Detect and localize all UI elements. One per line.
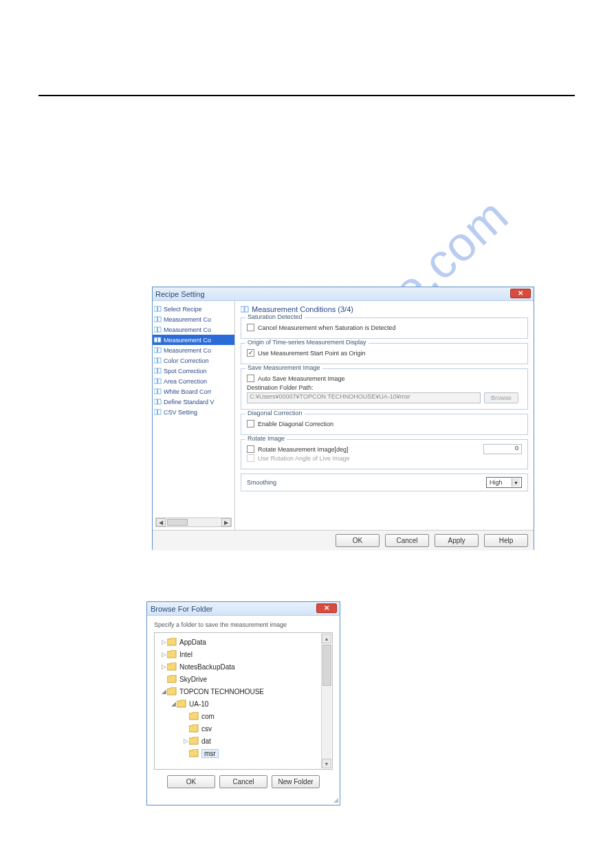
group-diagonal-title: Diagonal Correction — [245, 410, 305, 416]
folder-label: TOPCON TECHNOHOUSE — [179, 688, 264, 695]
book-icon — [154, 347, 162, 353]
folder-tree[interactable]: ▷AppData▷Intel▷NotesBackupDataSkyDrive◢T… — [157, 636, 320, 766]
scroll-up-icon[interactable]: ▲ — [322, 634, 331, 643]
close-button[interactable]: ✕ — [510, 289, 531, 298]
svg-rect-6 — [154, 337, 157, 342]
tree-item[interactable]: Area Correction — [153, 376, 234, 386]
cancel-button[interactable]: Cancel — [219, 775, 267, 788]
tree-item-label: CSV Setting — [164, 409, 197, 416]
rotate-angle-input[interactable]: 0 — [483, 444, 522, 454]
tree-item[interactable]: Measurement Co — [153, 324, 234, 335]
book-icon — [154, 399, 162, 405]
folder-icon — [167, 663, 177, 671]
svg-rect-2 — [154, 317, 157, 322]
checkbox-auto-save[interactable]: Auto Save Measurement Image — [247, 375, 522, 382]
svg-rect-13 — [158, 368, 162, 373]
tree-item[interactable]: White Board Corr — [153, 386, 234, 397]
folder-tree-item[interactable]: csv — [157, 722, 320, 735]
ok-button[interactable]: OK — [336, 534, 380, 547]
tree-item[interactable]: Measurement Co — [153, 335, 234, 345]
destination-path-input[interactable]: C:¥Users¥00007¥TOPCON TECHNOHOUSE¥UA-10¥… — [247, 392, 481, 403]
tree-item[interactable]: Measurement Co — [153, 314, 234, 324]
svg-rect-1 — [158, 307, 162, 311]
group-diagonal: Diagonal Correction Enable Diagonal Corr… — [241, 414, 528, 435]
scroll-down-icon[interactable]: ▼ — [322, 759, 331, 768]
cancel-button[interactable]: Cancel — [385, 534, 429, 547]
svg-rect-18 — [154, 399, 157, 404]
checkbox-label: Auto Save Measurement Image — [258, 375, 345, 382]
group-smoothing-title: Smoothing — [247, 479, 276, 486]
scroll-right-icon[interactable]: ▶ — [221, 518, 231, 526]
expand-icon[interactable]: ◢ — [160, 688, 167, 695]
folder-tree-item[interactable]: ▷Intel — [157, 648, 320, 660]
browse-button[interactable]: Browse — [484, 392, 518, 403]
ok-button[interactable]: OK — [167, 775, 215, 788]
expand-icon[interactable]: ▷ — [160, 638, 167, 645]
checkbox-use-live-angle: Use Rotation Angle of Live Image — [247, 454, 522, 462]
group-save-image: Save Measurement Image Auto Save Measure… — [241, 368, 528, 410]
scroll-left-icon[interactable]: ◀ — [156, 518, 166, 526]
group-smoothing: Smoothing High ▼ — [241, 474, 528, 491]
recipe-tree[interactable]: Select RecipeMeasurement CoMeasurement C… — [153, 301, 235, 530]
browse-folder-window: Browse For Folder ✕ Specify a folder to … — [146, 601, 340, 805]
tree-item[interactable]: Select Recipe — [153, 304, 234, 314]
new-folder-button[interactable]: New Folder — [272, 775, 320, 788]
tree-item[interactable]: CSV Setting — [153, 407, 234, 417]
book-icon — [154, 388, 162, 394]
expand-icon[interactable]: ▷ — [182, 737, 189, 744]
folder-label: msr — [201, 749, 219, 758]
destination-path-label: Destination Folder Path: — [247, 384, 522, 391]
checkbox-diagonal[interactable]: Enable Diagonal Correction — [247, 420, 522, 427]
tree-item-label: Spot Correction — [164, 368, 207, 375]
expand-icon[interactable]: ▷ — [160, 663, 167, 670]
svg-rect-21 — [158, 410, 162, 414]
smoothing-select[interactable]: High ▼ — [486, 477, 522, 488]
scroll-thumb[interactable] — [322, 645, 331, 686]
folder-tree-item[interactable]: SkyDrive — [157, 673, 320, 685]
tree-horizontal-scrollbar[interactable]: ◀▶ — [155, 518, 232, 527]
folder-icon — [177, 700, 186, 708]
recipe-setting-titlebar[interactable]: Recipe Setting ✕ — [153, 287, 534, 301]
group-saturation: Saturation Detected Cancel Measurement w… — [241, 318, 528, 339]
folder-tree-item[interactable]: ◢TOPCON TECHNOHOUSE — [157, 685, 320, 698]
tree-item[interactable]: Define Standard V — [153, 397, 234, 407]
folder-tree-item[interactable]: ▷dat — [157, 735, 320, 747]
checkbox-icon — [247, 420, 254, 427]
folder-tree-item[interactable]: ▷AppData — [157, 636, 320, 648]
checkbox-use-start-origin[interactable]: Use Measurement Start Point as Origin — [247, 349, 522, 357]
tree-item[interactable]: Measurement Co — [153, 345, 234, 355]
tree-item[interactable]: Spot Correction — [153, 366, 234, 376]
checkbox-icon — [247, 445, 254, 453]
resize-grip-icon[interactable]: ◢ — [333, 797, 338, 803]
folder-label: com — [201, 713, 215, 720]
checkbox-icon — [247, 375, 254, 382]
folder-tree-wrap: ▷AppData▷Intel▷NotesBackupDataSkyDrive◢T… — [154, 632, 333, 770]
close-button[interactable]: ✕ — [316, 603, 337, 613]
browse-instruction: Specify a folder to save the measurement… — [147, 616, 340, 632]
tree-item-label: Select Recipe — [164, 306, 202, 313]
help-button[interactable]: Help — [484, 534, 528, 547]
apply-button[interactable]: Apply — [435, 534, 479, 547]
folder-tree-item[interactable]: ▷NotesBackupData — [157, 660, 320, 673]
recipe-setting-title: Recipe Setting — [155, 290, 205, 298]
checkbox-rotate-deg[interactable]: Rotate Measurement Image[deg] — [247, 445, 522, 453]
svg-rect-17 — [158, 389, 162, 394]
smoothing-value: High — [490, 479, 503, 486]
group-rotate: Rotate Image Rotate Measurement Image[de… — [241, 439, 528, 469]
expand-icon[interactable]: ▷ — [160, 651, 167, 658]
group-origin: Origin of Time-series Measurement Displa… — [241, 343, 528, 364]
tree-item-label: Area Correction — [164, 378, 207, 385]
checkbox-cancel-on-saturation[interactable]: Cancel Measurement when Saturation is De… — [247, 324, 522, 331]
tree-item[interactable]: Color Correction — [153, 355, 234, 366]
folder-tree-item[interactable]: com — [157, 710, 320, 722]
svg-rect-16 — [154, 389, 157, 394]
folder-tree-item[interactable]: msr — [157, 747, 320, 759]
expand-icon[interactable]: ◢ — [170, 700, 177, 707]
browse-folder-titlebar[interactable]: Browse For Folder ✕ — [147, 602, 340, 616]
tree-item-label: Measurement Co — [164, 326, 211, 333]
tree-item-label: Measurement Co — [164, 316, 211, 323]
folder-tree-scrollbar[interactable]: ▲ ▼ — [321, 634, 331, 768]
scroll-thumb[interactable] — [167, 519, 188, 526]
folder-tree-item[interactable]: ◢UA-10 — [157, 698, 320, 710]
checkbox-icon — [247, 454, 254, 462]
